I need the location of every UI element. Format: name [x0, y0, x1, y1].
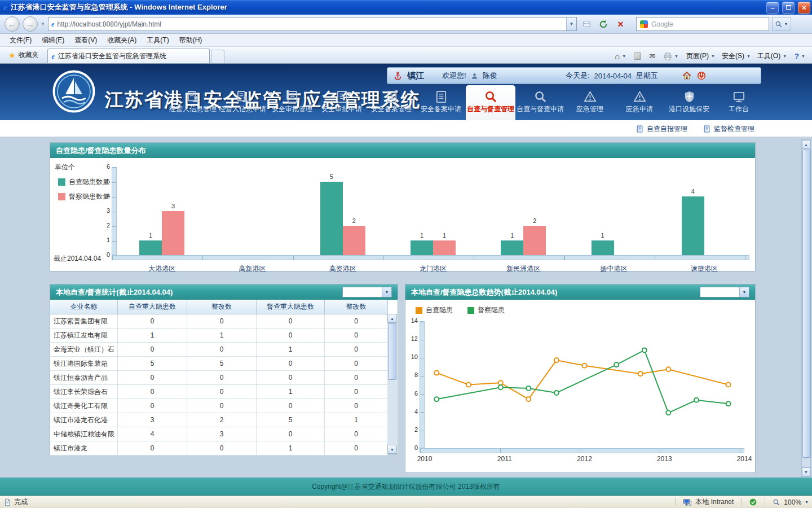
- menu-item-3[interactable]: 收藏夹(A): [102, 34, 142, 47]
- bar-value-label: 1: [411, 232, 433, 239]
- toolbar-button-2[interactable]: 工具(O)▼: [754, 49, 790, 63]
- table-cell: 1: [187, 329, 257, 343]
- table-cell: 0: [325, 399, 388, 413]
- scroll-thumb[interactable]: [802, 150, 811, 458]
- bar-supervise: [523, 226, 546, 255]
- new-tab-button[interactable]: [211, 50, 224, 63]
- page-scrollbar[interactable]: ▲ ▼: [801, 139, 811, 477]
- table-cell: 1: [118, 329, 187, 343]
- nav-item-7[interactable]: 自查与督查申请: [515, 85, 565, 120]
- data-point: [434, 371, 439, 375]
- table-cell: 4: [118, 427, 187, 441]
- y-axis-tick-label: 5: [98, 178, 110, 185]
- menu-item-4[interactable]: 工具(T): [142, 34, 174, 47]
- feeds-button[interactable]: [630, 50, 645, 62]
- table-cell: 镇江市港龙: [50, 441, 118, 456]
- trend-lines: [425, 321, 744, 448]
- menu-item-1[interactable]: 编辑(E): [37, 34, 69, 47]
- menu-item-0[interactable]: 文件(F): [5, 34, 37, 47]
- scroll-down-button[interactable]: ▼: [387, 445, 397, 454]
- nav-item-4[interactable]: 安全备案管理: [367, 85, 416, 120]
- trend-filter-select[interactable]: [700, 287, 749, 297]
- table-row[interactable]: 镇江港国际集装箱5500: [50, 357, 398, 371]
- doc-icon: [336, 90, 348, 103]
- browser-tab[interactable]: 江苏省港口安全监管与应急管理系统: [47, 49, 210, 63]
- trend-chart-panel: 本地自查/督查隐患总数趋势(截止2014.04.04) 自查隐患督察隐患 024…: [405, 284, 756, 473]
- menu-item-2[interactable]: 查看(V): [69, 34, 102, 47]
- table-row[interactable]: 镇江恒泰沥青产品0000: [50, 371, 398, 385]
- history-dropdown-icon[interactable]: [41, 21, 45, 27]
- scroll-thumb[interactable]: [388, 323, 396, 380]
- scroll-down-button[interactable]: ▼: [802, 467, 810, 476]
- page-footer: Copyright@江苏省交通规划设计院股份有限公司 2013版权所有: [0, 478, 812, 496]
- close-button[interactable]: ×: [798, 2, 810, 14]
- nav-item-1[interactable]: 经营人信息申请: [218, 85, 267, 120]
- data-point: [582, 364, 587, 368]
- maximize-button[interactable]: [782, 2, 795, 14]
- compatibility-view-button[interactable]: [580, 17, 594, 31]
- table-row[interactable]: 江苏镇江发电有限1100: [50, 329, 398, 343]
- scroll-up-button[interactable]: ▲: [802, 140, 810, 149]
- scroll-up-button[interactable]: ▲: [387, 314, 397, 323]
- help-button[interactable]: ▼: [791, 50, 809, 63]
- subnav-item-0[interactable]: 自查自报管理: [636, 124, 687, 134]
- address-dropdown-button[interactable]: [566, 17, 576, 30]
- menu-item-5[interactable]: 帮助(H): [174, 34, 208, 47]
- chevron-down-icon[interactable]: [382, 287, 391, 297]
- table-row[interactable]: 金海宏业（镇江）石0010: [50, 343, 398, 357]
- table-row[interactable]: 镇江奇美化工有限0000: [50, 399, 398, 413]
- nav-item-5[interactable]: 安全备案申请: [416, 85, 466, 120]
- nav-item-8[interactable]: 应急管理: [565, 85, 615, 120]
- panel-header: 本地自查/督查隐患总数趋势(截止2014.04.04): [405, 284, 755, 300]
- status-left: 完成: [3, 497, 28, 507]
- nav-item-9[interactable]: 应急申请: [615, 85, 664, 120]
- toolbar-button-0[interactable]: 页面(P)▼: [683, 49, 718, 63]
- table-filter-select[interactable]: [342, 287, 392, 297]
- table-cell: 1: [257, 441, 325, 456]
- table-row[interactable]: 中储粮镇江粮油有限4300: [50, 427, 398, 441]
- nav-item-2[interactable]: 安全审批管理: [267, 85, 317, 120]
- table-cell: 0: [118, 441, 187, 456]
- table-row[interactable]: 江苏索普集团有限0000: [50, 314, 398, 329]
- region-name: 镇江: [407, 71, 424, 81]
- y-axis-tick-label: 14: [405, 317, 418, 324]
- minimize-button[interactable]: –: [766, 2, 779, 14]
- table-cell: 0: [325, 357, 388, 371]
- column-header-3: 督查重大隐患数: [257, 300, 325, 314]
- logout-button[interactable]: [696, 71, 707, 81]
- read-mail-button[interactable]: [646, 50, 659, 63]
- favorites-button[interactable]: 收藏夹: [3, 47, 44, 63]
- table-scrollbar[interactable]: ▲ ▼: [387, 314, 397, 454]
- back-button[interactable]: [5, 16, 20, 32]
- chevron-down-icon: ▼: [622, 54, 626, 58]
- nav-item-0[interactable]: 经营人信息管理: [168, 85, 218, 120]
- home-button[interactable]: ▼: [611, 49, 629, 63]
- table-cell: 0: [257, 427, 325, 441]
- homepage-button[interactable]: [682, 71, 692, 81]
- search-button[interactable]: ▼: [772, 17, 791, 31]
- nav-item-3[interactable]: 安全审批申请: [317, 85, 367, 120]
- nav-item-6[interactable]: 自查与督查管理: [466, 85, 515, 120]
- table-cell: 0: [257, 314, 325, 329]
- address-input[interactable]: http://localhost:8080/yjpt/Main.html: [48, 17, 577, 31]
- table-row[interactable]: 镇江市港龙石化港3251: [50, 413, 398, 427]
- warning-icon: [584, 90, 597, 103]
- zoom-level[interactable]: 100%: [784, 498, 801, 506]
- anchor-icon: [393, 71, 403, 81]
- nav-item-10[interactable]: 港口设施保安: [664, 85, 714, 120]
- subnav-item-1[interactable]: 监督检查管理: [703, 124, 754, 134]
- chevron-down-icon[interactable]: [739, 287, 749, 297]
- print-button[interactable]: ▼: [660, 50, 682, 63]
- table-row[interactable]: 镇江李长荣综合石0010: [50, 385, 398, 399]
- search-input[interactable]: Google: [636, 17, 769, 31]
- table-cell: 0: [325, 427, 388, 441]
- stop-button[interactable]: [614, 17, 628, 31]
- refresh-button[interactable]: [597, 17, 611, 31]
- nav-item-11[interactable]: 工作台: [714, 85, 764, 120]
- forward-button[interactable]: [23, 16, 38, 32]
- toolbar-button-1[interactable]: 安全(S)▼: [718, 49, 754, 63]
- table-row[interactable]: 镇江市港龙0010: [50, 441, 398, 456]
- table-cell: 0: [257, 371, 325, 385]
- doc-icon: [435, 90, 448, 103]
- zoom-dropdown-icon[interactable]: ▼: [805, 500, 809, 504]
